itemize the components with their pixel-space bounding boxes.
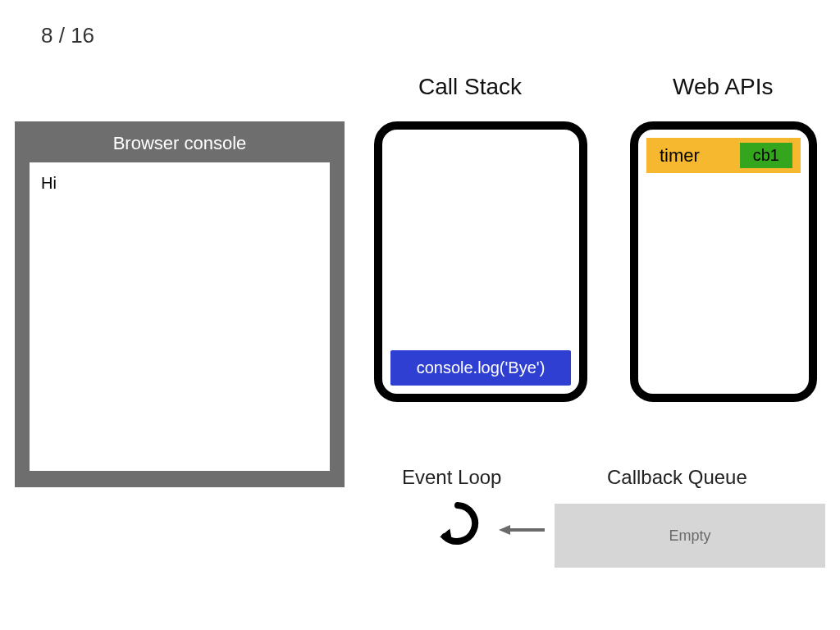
svg-marker-2	[499, 525, 510, 535]
webapi-timer-label: timer	[655, 145, 700, 167]
browser-console-body: Hi	[30, 162, 330, 471]
slide-total: 16	[71, 23, 94, 48]
webapi-timer-callback: cb1	[740, 143, 792, 168]
heading-web-apis: Web APIs	[673, 74, 773, 100]
call-stack-box: console.log('Bye')	[374, 121, 587, 402]
slide-current: 8	[41, 23, 52, 48]
callback-queue-empty-label: Empty	[669, 527, 710, 545]
stack-frame: console.log('Bye')	[390, 350, 571, 386]
callback-queue-box: Empty	[555, 504, 825, 568]
slide-separator: /	[52, 23, 71, 48]
heading-call-stack: Call Stack	[418, 74, 522, 100]
heading-callback-queue: Callback Queue	[607, 466, 747, 489]
heading-event-loop: Event Loop	[402, 466, 501, 489]
webapi-timer: timer cb1	[646, 138, 801, 173]
browser-console-title: Browser console	[15, 121, 345, 162]
arrow-left-icon	[499, 523, 545, 536]
web-apis-box: timer cb1	[630, 121, 817, 402]
event-loop-icon	[435, 500, 481, 546]
slide-counter: 8 / 16	[41, 23, 94, 48]
slide: 8 / 16 Browser console Hi Call Stack Web…	[0, 0, 840, 630]
console-line: Hi	[41, 174, 318, 193]
browser-console-panel: Browser console Hi	[15, 121, 345, 487]
